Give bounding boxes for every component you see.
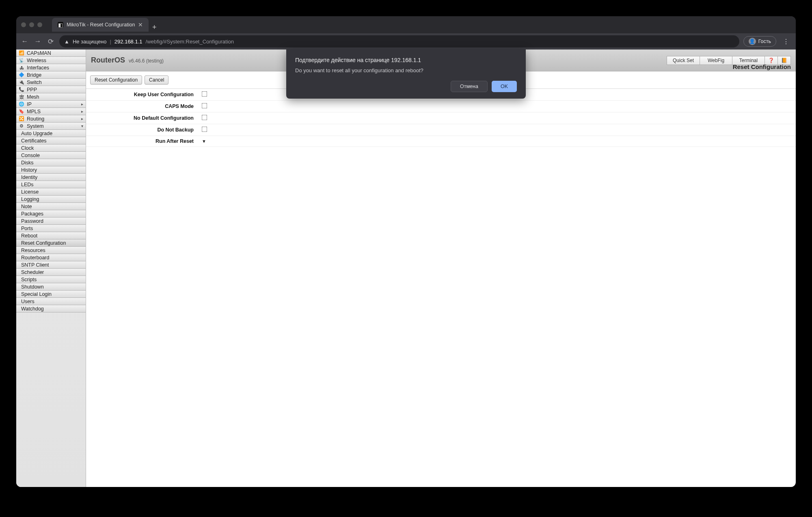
sidebar-icon: 🔖: [19, 109, 24, 114]
tab-webfig[interactable]: WebFig: [700, 56, 732, 65]
new-tab-button[interactable]: +: [149, 23, 160, 32]
profile-button[interactable]: 👤 Гость: [743, 36, 776, 47]
browser-tab[interactable]: ◧ MikroTik - Reset Configuration ✕: [52, 18, 149, 32]
close-window-icon[interactable]: [21, 22, 26, 27]
sidebar-sub-history[interactable]: History: [16, 166, 86, 174]
sidebar-sub-scheduler[interactable]: Scheduler: [16, 268, 86, 276]
sidebar-sub-shutdown[interactable]: Shutdown: [16, 283, 86, 291]
sidebar-icon: 🖧: [19, 65, 24, 71]
sidebar-sub-scripts[interactable]: Scripts: [16, 276, 86, 283]
sidebar-item-interfaces[interactable]: 🖧Interfaces: [16, 64, 86, 71]
browser-toolbar: ← → ⟳ ▲ Не защищено | 292.168.1.1/webfig…: [16, 33, 796, 50]
sidebar-item-wireless[interactable]: 📡Wireless: [16, 56, 86, 64]
sidebar-sub-auto-upgrade[interactable]: Auto Upgrade: [16, 129, 86, 137]
maximize-window-icon[interactable]: [37, 22, 42, 27]
sidebar-item-ip[interactable]: 🌐IP▸: [16, 100, 86, 108]
sidebar-sub-note[interactable]: Note: [16, 202, 86, 210]
sidebar-item-ppp[interactable]: 📞PPP: [16, 86, 86, 93]
tab-quickset[interactable]: Quick Set: [667, 56, 700, 65]
dialog-cancel-button[interactable]: Отмена: [451, 81, 488, 92]
sidebar-sub-special-login[interactable]: Special Login: [16, 290, 86, 298]
sidebar-sub-users[interactable]: Users: [16, 297, 86, 305]
sidebar-item-mpls[interactable]: 🔖MPLS▸: [16, 108, 86, 115]
profile-label: Гость: [758, 39, 771, 44]
dialog-ok-button[interactable]: OK: [492, 81, 517, 92]
checkbox-no-backup[interactable]: [202, 127, 207, 132]
sidebar-item-switch[interactable]: 🔌Switch: [16, 78, 86, 86]
reset-configuration-button[interactable]: Reset Configuration: [90, 75, 142, 84]
sidebar-item-bridge[interactable]: 🔷Bridge: [16, 71, 86, 79]
cancel-button[interactable]: Cancel: [145, 75, 168, 84]
sidebar-icon: 📞: [19, 87, 24, 93]
sidebar-sub-ports[interactable]: Ports: [16, 224, 86, 232]
sidebar-icon: 🔌: [19, 80, 24, 85]
dialog-title: Подтвердите действие на странице 192.168…: [295, 57, 517, 63]
reload-button[interactable]: ⟳: [46, 37, 55, 46]
sidebar-sub-disks[interactable]: Disks: [16, 159, 86, 166]
label-caps-mode: CAPS Mode: [86, 101, 198, 112]
sidebar-sub-password[interactable]: Password: [16, 217, 86, 225]
sidebar-icon: 🕸: [19, 94, 24, 100]
sidebar: 📶CAPsMAN📡Wireless🖧Interfaces🔷Bridge🔌Swit…: [16, 50, 86, 487]
sidebar-sub-license[interactable]: License: [16, 188, 86, 196]
sidebar-sub-logging[interactable]: Logging: [16, 195, 86, 203]
sidebar-sub-resources[interactable]: Resources: [16, 246, 86, 254]
omnibox[interactable]: ▲ Не защищено | 292.168.1.1/webfig/#Syst…: [59, 35, 739, 47]
label-keep-user: Keep User Configuration: [86, 89, 198, 101]
content: Reset Configuration Cancel Keep User Con…: [86, 71, 796, 487]
tab-favicon: ◧: [58, 22, 63, 28]
sidebar-icon: 🔀: [19, 116, 24, 122]
minimize-window-icon[interactable]: [29, 22, 34, 27]
sidebar-sub-reboot[interactable]: Reboot: [16, 232, 86, 239]
checkbox-no-default[interactable]: [202, 115, 207, 121]
forward-button[interactable]: →: [33, 37, 42, 45]
sidebar-icon: 🔷: [19, 72, 24, 78]
sidebar-icon: ⚙: [19, 123, 24, 129]
page-viewport: 📶CAPsMAN📡Wireless🖧Interfaces🔷Bridge🔌Swit…: [16, 50, 796, 487]
expand-icon: ▸: [81, 102, 83, 106]
label-no-backup: Do Not Backup: [86, 124, 198, 136]
sidebar-sub-clock[interactable]: Clock: [16, 144, 86, 152]
sidebar-item-mesh[interactable]: 🕸Mesh: [16, 93, 86, 101]
sidebar-item-routing[interactable]: 🔀Routing▸: [16, 115, 86, 123]
sidebar-sub-reset-configuration[interactable]: Reset Configuration: [16, 239, 86, 247]
sidebar-sub-routerboard[interactable]: Routerboard: [16, 254, 86, 261]
back-button[interactable]: ←: [20, 37, 29, 45]
page-title: Reset Configuration: [733, 63, 791, 70]
avatar-icon: 👤: [749, 38, 756, 45]
sidebar-sub-packages[interactable]: Packages: [16, 210, 86, 218]
sidebar-icon: 📶: [19, 50, 24, 56]
label-no-default: No Default Configuration: [86, 112, 198, 124]
sidebar-sub-certificates[interactable]: Certificates: [16, 137, 86, 144]
sidebar-sub-watchdog[interactable]: Watchdog: [16, 305, 86, 312]
brand-title: RouterOS v6.46.6 (testing): [91, 56, 164, 65]
sidebar-item-system[interactable]: ⚙System▾: [16, 122, 86, 130]
url-path: /webfig/#System:Reset_Configuration: [146, 39, 234, 45]
url-host: 292.168.1.1: [114, 39, 143, 45]
checkbox-keep-user[interactable]: [202, 91, 207, 97]
expand-icon: ▾: [81, 124, 83, 128]
not-secure-icon: ▲: [64, 39, 69, 45]
sidebar-sub-sntp-client[interactable]: SNTP Client: [16, 261, 86, 269]
dialog-message: Do you want to reset all your configurat…: [295, 67, 517, 73]
window-controls[interactable]: [21, 22, 42, 27]
expand-icon: ▸: [81, 116, 83, 121]
browser-menu-button[interactable]: ⋮: [780, 38, 792, 45]
sidebar-icon: 🌐: [19, 101, 24, 107]
titlebar: ◧ MikroTik - Reset Configuration ✕ +: [16, 16, 796, 33]
version-label: v6.46.6 (testing): [129, 58, 164, 64]
tab-close-icon[interactable]: ✕: [138, 22, 143, 28]
checkbox-caps-mode[interactable]: [202, 103, 207, 109]
sidebar-sub-console[interactable]: Console: [16, 151, 86, 159]
sidebar-sub-leds[interactable]: LEDs: [16, 181, 86, 188]
tab-title: MikroTik - Reset Configuration: [67, 22, 135, 28]
expand-icon: ▸: [81, 109, 83, 114]
run-after-dropdown[interactable]: ▼: [202, 139, 206, 144]
sidebar-item-capsman[interactable]: 📶CAPsMAN: [16, 50, 86, 57]
browser-window: ◧ MikroTik - Reset Configuration ✕ + ← →…: [16, 16, 796, 487]
not-secure-label: Не защищено: [73, 39, 107, 45]
sidebar-sub-identity[interactable]: Identity: [16, 173, 86, 181]
confirm-dialog: Подтвердите действие на странице 192.168…: [286, 50, 526, 99]
label-run-after: Run After Reset: [86, 136, 198, 147]
sidebar-icon: 📡: [19, 58, 24, 63]
